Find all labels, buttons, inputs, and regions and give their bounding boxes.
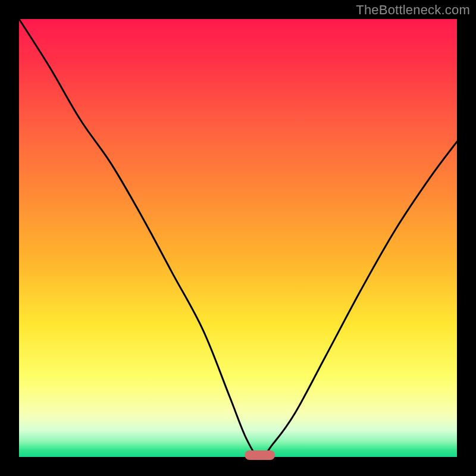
watermark-text: TheBottleneck.com — [356, 2, 470, 18]
optimal-marker — [245, 450, 275, 460]
plot-area — [19, 19, 457, 457]
bottleneck-curve — [19, 19, 457, 457]
chart-frame: TheBottleneck.com — [0, 0, 476, 476]
